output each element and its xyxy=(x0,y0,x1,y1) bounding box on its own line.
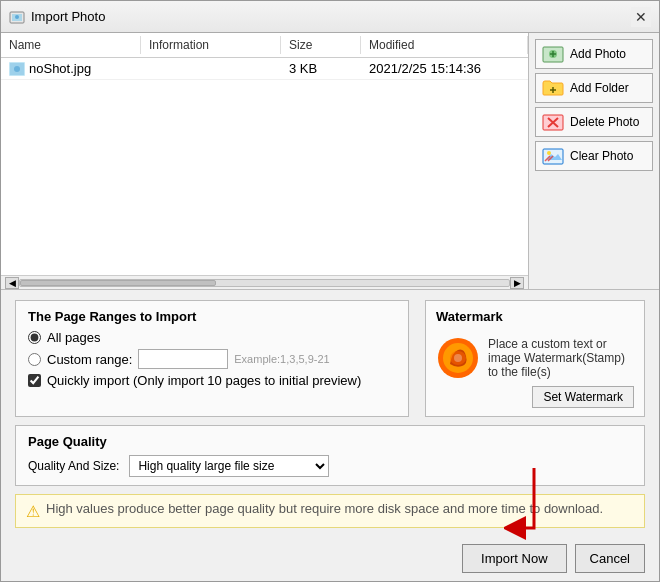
file-name: noShot.jpg xyxy=(29,61,91,76)
file-area: Name Information Size Modified noShot.jp… xyxy=(1,33,529,289)
svg-point-20 xyxy=(454,354,462,362)
add-photo-button[interactable]: Add Photo xyxy=(535,39,653,69)
cancel-button[interactable]: Cancel xyxy=(575,544,645,573)
dialog-title: Import Photo xyxy=(31,9,631,24)
dialog-icon xyxy=(9,9,25,25)
delete-photo-button[interactable]: Delete Photo xyxy=(535,107,653,137)
file-list-body: noShot.jpg 3 KB 2021/2/25 15:14:36 xyxy=(1,58,528,275)
file-size-cell: 3 KB xyxy=(281,61,361,76)
title-bar: Import Photo ✕ xyxy=(1,1,659,33)
close-button[interactable]: ✕ xyxy=(631,7,651,27)
svg-point-2 xyxy=(15,15,19,19)
svg-point-5 xyxy=(14,66,20,72)
radio-group: All pages Custom range: Example:1,3,5,9-… xyxy=(28,330,396,369)
footer-buttons: Import Now Cancel xyxy=(1,538,659,581)
watermark-description: Place a custom text or image Watermark(S… xyxy=(488,337,634,379)
horizontal-scrollbar[interactable]: ◀ ▶ xyxy=(1,275,528,289)
add-folder-button[interactable]: Add Folder xyxy=(535,73,653,103)
file-icon xyxy=(9,62,25,76)
right-panel: Add Photo Add Folder Delete Photo xyxy=(529,33,659,289)
custom-range-example: Example:1,3,5,9-21 xyxy=(234,353,329,365)
add-folder-label: Add Folder xyxy=(570,81,629,95)
file-modified-cell: 2021/2/25 15:14:36 xyxy=(361,61,528,76)
watermark-app-icon xyxy=(436,336,480,380)
all-pages-radio-label[interactable]: All pages xyxy=(28,330,396,345)
col-header-modified: Modified xyxy=(361,36,528,54)
import-photo-dialog: Import Photo ✕ Name Information Size Mod… xyxy=(0,0,660,582)
clear-photo-button[interactable]: Clear Photo xyxy=(535,141,653,171)
quickly-import-label[interactable]: Quickly import (Only import 10 pages to … xyxy=(28,373,396,388)
quickly-import-checkbox[interactable] xyxy=(28,374,41,387)
quality-title: Page Quality xyxy=(28,434,632,449)
delete-photo-icon xyxy=(542,112,564,132)
add-folder-icon xyxy=(542,78,564,98)
watermark-row: Place a custom text or image Watermark(S… xyxy=(436,336,634,380)
clear-photo-label: Clear Photo xyxy=(570,149,633,163)
main-content: Name Information Size Modified noShot.jp… xyxy=(1,33,659,289)
page-range-section: The Page Ranges to Import All pages Cust… xyxy=(15,300,409,417)
custom-range-radio-label[interactable]: Custom range: Example:1,3,5,9-21 xyxy=(28,349,396,369)
quality-label: Quality And Size: xyxy=(28,459,119,473)
table-row[interactable]: noShot.jpg 3 KB 2021/2/25 15:14:36 xyxy=(1,58,528,80)
set-watermark-button[interactable]: Set Watermark xyxy=(532,386,634,408)
watermark-section: Watermark Place a custom text or image W… xyxy=(425,300,645,417)
col-header-size: Size xyxy=(281,36,361,54)
add-photo-label: Add Photo xyxy=(570,47,626,61)
scroll-right-arrows: ▶ xyxy=(510,277,524,289)
all-pages-radio[interactable] xyxy=(28,331,41,344)
import-arrow-graphic xyxy=(504,463,564,553)
custom-range-radio[interactable] xyxy=(28,353,41,366)
clear-photo-icon xyxy=(542,146,564,166)
scroll-right-arrow[interactable]: ▶ xyxy=(510,277,524,289)
svg-point-16 xyxy=(547,151,551,155)
quickly-import-text: Quickly import (Only import 10 pages to … xyxy=(47,373,361,388)
file-list-header: Name Information Size Modified xyxy=(1,33,528,58)
file-name-cell: noShot.jpg xyxy=(1,61,141,76)
delete-photo-label: Delete Photo xyxy=(570,115,639,129)
page-range-title: The Page Ranges to Import xyxy=(28,309,396,324)
watermark-title: Watermark xyxy=(436,309,634,324)
warning-icon: ⚠ xyxy=(26,502,40,521)
scrollbar-thumb[interactable] xyxy=(20,280,216,286)
scroll-left-arrow[interactable]: ◀ xyxy=(5,277,19,289)
all-pages-label: All pages xyxy=(47,330,100,345)
scroll-arrows: ◀ xyxy=(5,277,19,289)
custom-range-input[interactable] xyxy=(138,349,228,369)
custom-range-label: Custom range: xyxy=(47,352,132,367)
col-header-information: Information xyxy=(141,36,281,54)
quality-select[interactable]: High quality large file size Medium qual… xyxy=(129,455,329,477)
scrollbar-track[interactable] xyxy=(19,279,510,287)
col-header-name: Name xyxy=(1,36,141,54)
options-row: The Page Ranges to Import All pages Cust… xyxy=(15,300,645,417)
add-photo-icon xyxy=(542,44,564,64)
